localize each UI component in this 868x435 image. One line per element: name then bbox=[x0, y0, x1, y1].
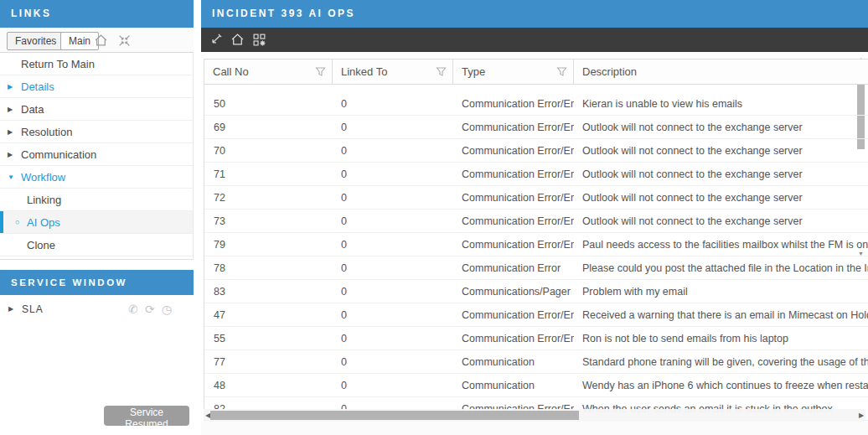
cell-call-no: 79 bbox=[204, 233, 333, 256]
cell-description: Ron is not ble to send emails from his l… bbox=[574, 327, 868, 350]
sidebar-item-label: Data bbox=[21, 103, 44, 116]
cell-description: Wendy has an iPhone 6 which continues to… bbox=[574, 374, 868, 397]
cell-linked-to: 0 bbox=[333, 327, 453, 350]
links-tree: Return To Main▶Details▶Data▶Resolution▶C… bbox=[0, 53, 194, 260]
refresh-icon[interactable]: ⟳ bbox=[145, 303, 156, 316]
column-label: Description bbox=[582, 65, 637, 78]
service-resumed-button[interactable]: Service Resumed bbox=[104, 406, 189, 426]
sidebar-item-linking[interactable]: Linking bbox=[0, 189, 193, 211]
column-header-description[interactable]: Description bbox=[574, 60, 868, 85]
sidebar-item-ai-ops[interactable]: ○AI Ops bbox=[0, 211, 193, 234]
cell-type: Communication Error/Email bbox=[453, 303, 574, 327]
column-header-type[interactable]: Type bbox=[453, 60, 574, 85]
filter-icon[interactable] bbox=[315, 66, 326, 77]
compress-icon[interactable] bbox=[117, 34, 132, 48]
sidebar-item-label: Communication bbox=[21, 148, 96, 161]
cell-call-no: 73 bbox=[204, 210, 333, 233]
collapse-icon[interactable] bbox=[209, 33, 223, 47]
table-row[interactable]: 770CommunicationStandard phone traning w… bbox=[204, 350, 868, 374]
horizontal-scrollbar[interactable]: ◀ ▶ bbox=[204, 409, 865, 422]
sidebar-tab-row: Favorites Main bbox=[0, 28, 194, 53]
cell-type: Communication Error/Email bbox=[453, 92, 574, 116]
column-header-call-no[interactable]: Call No bbox=[204, 60, 333, 85]
scroll-right-arrow-icon[interactable]: ▶ bbox=[857, 409, 865, 422]
sidebar-item-return-to-main[interactable]: Return To Main bbox=[0, 53, 193, 75]
phone-icon[interactable]: ✆ bbox=[128, 303, 139, 316]
horizontal-scrollbar-thumb[interactable] bbox=[210, 411, 579, 420]
chevron-right-icon[interactable]: ▶ bbox=[8, 143, 19, 166]
table-row[interactable]: 720Communication Error/EmailOutlook will… bbox=[204, 186, 868, 210]
sidebar-item-label: Clone bbox=[27, 239, 55, 251]
cell-type: Communication Error/Email bbox=[453, 233, 574, 256]
cell-type: Communication Error/Email bbox=[453, 186, 574, 210]
sidebar-item-workflow[interactable]: ▼Workflow bbox=[0, 166, 193, 189]
service-window-header: SERVICE WINDOW bbox=[0, 270, 194, 295]
cell-type: Communication bbox=[453, 350, 574, 374]
service-window-body: ▶ SLA ✆ ⟳ ◷ bbox=[0, 295, 194, 405]
tab-favorites[interactable]: Favorites bbox=[7, 32, 65, 50]
cell-type: Communication Error bbox=[453, 256, 574, 280]
cell-call-no: 70 bbox=[204, 139, 333, 163]
cell-description: Outlook will not connect to the exchange… bbox=[574, 163, 868, 186]
cell-linked-to: 0 bbox=[333, 256, 453, 280]
chevron-right-icon: ▶ bbox=[8, 305, 14, 313]
incident-title: INCIDENT 393 AI OPS bbox=[212, 8, 355, 19]
linked-calls-table: Call NoLinked ToTypeDescription 500Commu… bbox=[204, 59, 868, 422]
cell-description: Outlook will not connect to the exchange… bbox=[574, 116, 868, 139]
widgets-icon[interactable] bbox=[252, 33, 266, 47]
table-row[interactable]: 830Communications/PagerProblem with my e… bbox=[204, 280, 868, 303]
cell-call-no: 71 bbox=[204, 163, 333, 186]
column-label: Linked To bbox=[341, 65, 387, 78]
sidebar-item-details[interactable]: ▶Details bbox=[0, 75, 193, 98]
sidebar-item-label: Details bbox=[21, 80, 54, 93]
table-row[interactable]: 480CommunicationWendy has an iPhone 6 wh… bbox=[204, 374, 868, 397]
table-row[interactable]: 470Communication Error/EmailReceived a w… bbox=[204, 303, 868, 327]
home-icon[interactable] bbox=[230, 33, 245, 47]
home-icon[interactable] bbox=[94, 34, 108, 48]
table-footer-strip bbox=[201, 422, 868, 435]
sidebar-item-label: Workflow bbox=[21, 171, 65, 184]
cell-description: Kieran is unable to view his emails bbox=[574, 92, 868, 116]
clock-icon[interactable]: ◷ bbox=[162, 303, 173, 316]
sla-row[interactable]: ▶ SLA ✆ ⟳ ◷ bbox=[0, 300, 194, 320]
cell-linked-to: 0 bbox=[333, 233, 453, 256]
cell-call-no: 77 bbox=[204, 350, 333, 374]
cell-type: Communication Error/Email bbox=[453, 210, 574, 233]
cell-linked-to: 0 bbox=[333, 303, 453, 327]
chevron-down-icon[interactable]: ▼ bbox=[8, 166, 19, 189]
cell-type: Communication Error/Email bbox=[453, 139, 574, 163]
sidebar-item-clone[interactable]: Clone bbox=[0, 234, 193, 256]
sidebar-item-communication[interactable]: ▶Communication bbox=[0, 143, 193, 166]
table-row[interactable]: 690Communication Error/EmailOutlook will… bbox=[204, 116, 868, 139]
cell-call-no: 50 bbox=[204, 92, 333, 116]
table-row[interactable]: 790Communication Error/EmailPaul needs a… bbox=[204, 233, 868, 256]
chevron-right-icon[interactable]: ▶ bbox=[8, 121, 19, 143]
cell-call-no: 47 bbox=[204, 303, 333, 327]
cell-call-no: 55 bbox=[204, 327, 333, 350]
cell-description: Please could you post the attached file … bbox=[574, 256, 868, 280]
column-label: Type bbox=[462, 65, 485, 78]
cell-linked-to: 0 bbox=[333, 374, 453, 397]
chevron-right-icon[interactable]: ▶ bbox=[8, 75, 19, 98]
table-row[interactable]: 780Communication ErrorPlease could you p… bbox=[204, 256, 868, 280]
column-header-linked-to[interactable]: Linked To bbox=[333, 60, 453, 85]
sidebar-item-data[interactable]: ▶Data bbox=[0, 98, 193, 121]
chevron-right-icon[interactable]: ▶ bbox=[8, 98, 19, 121]
sla-icons: ✆ ⟳ ◷ bbox=[128, 303, 173, 316]
cell-linked-to: 0 bbox=[333, 116, 453, 139]
table-row[interactable]: 710Communication Error/EmailOutlook will… bbox=[204, 163, 868, 186]
table-row[interactable]: 700Communication Error/EmailOutlook will… bbox=[204, 139, 868, 163]
table-row[interactable]: 730Communication Error/EmailOutlook will… bbox=[204, 210, 868, 233]
cell-type: Communication Error/Email bbox=[453, 327, 574, 350]
cell-call-no: 78 bbox=[204, 256, 333, 280]
table-row[interactable]: 550Communication Error/EmailRon is not b… bbox=[204, 327, 868, 350]
circle-bullet-icon[interactable]: ○ bbox=[15, 211, 27, 234]
sla-label: SLA bbox=[22, 303, 44, 315]
filter-icon[interactable] bbox=[556, 66, 567, 77]
sidebar-item-resolution[interactable]: ▶Resolution bbox=[0, 121, 193, 143]
table-row[interactable]: 500Communication Error/EmailKieran is un… bbox=[204, 92, 868, 116]
cell-description: Outlook will not connect to the exchange… bbox=[574, 210, 868, 233]
cell-call-no: 72 bbox=[204, 186, 333, 210]
filter-icon[interactable] bbox=[436, 66, 447, 77]
sidebar-item-label: Return To Main bbox=[21, 58, 95, 70]
